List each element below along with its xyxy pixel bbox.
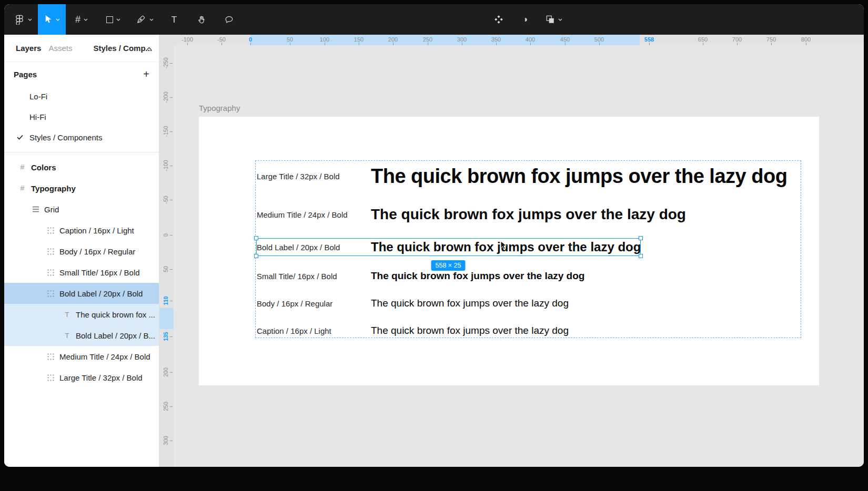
layer-row-grid[interactable]: Grid <box>4 199 159 220</box>
type-sample-text[interactable]: The quick brown fox jumps over the lazy … <box>371 325 569 336</box>
page-label: Lo-Fi <box>29 92 47 101</box>
type-sample-text[interactable]: The quick brown fox jumps over the lazy … <box>371 206 686 223</box>
ruler-selection-highlight <box>250 35 640 45</box>
layer-row-body-style[interactable]: Body / 16px / Regular <box>4 241 159 262</box>
ruler-label: 0 <box>249 36 252 43</box>
selection-bounding-box[interactable] <box>256 238 641 256</box>
tab-styles-components[interactable]: Styles / Comp... <box>93 44 152 53</box>
add-page-button[interactable]: + <box>143 69 149 79</box>
selection-size-badge: 558 × 25 <box>431 260 465 271</box>
layer-row-colors[interactable]: # Colors <box>4 157 159 178</box>
ruler-label: -150 <box>163 126 169 137</box>
type-row-body[interactable]: Body / 16px / Regular The quick brown fo… <box>257 288 569 319</box>
layer-row-typography[interactable]: # Typography <box>4 178 159 199</box>
page-label: Hi-Fi <box>29 112 46 121</box>
left-panel: Layers Assets Styles / Comp... Pages + L… <box>4 35 159 467</box>
frame-title-label[interactable]: Typography <box>199 104 240 112</box>
ruler-label: 250 <box>423 36 432 43</box>
chevron-down-icon <box>28 18 32 21</box>
ruler-label: 200 <box>388 36 398 43</box>
boolean-shapes-icon <box>546 15 555 24</box>
layer-row-caption-style[interactable]: Caption / 16px / Light <box>4 220 159 241</box>
collapse-caret-icon[interactable] <box>146 47 152 50</box>
ruler-label: 300 <box>457 36 467 43</box>
tab-layers[interactable]: Layers <box>16 44 41 53</box>
type-sample-text[interactable]: The quick brown fox jumps over the lazy … <box>371 270 584 282</box>
dotted-grid-icon <box>47 374 55 382</box>
layer-label: The quick brown fox ... <box>76 310 155 319</box>
ruler-label: 50 <box>163 266 169 272</box>
ruler-label: 150 <box>354 36 364 43</box>
pages-header: Pages + <box>4 62 159 86</box>
layer-label: Colors <box>31 163 56 172</box>
ruler-label: 400 <box>526 36 535 43</box>
figma-logo-icon <box>14 14 25 25</box>
hand-tool-button[interactable] <box>188 4 215 35</box>
boolean-tool-button[interactable] <box>538 4 570 35</box>
ruler-label: 750 <box>766 36 776 43</box>
move-tool-button[interactable] <box>38 4 66 35</box>
layer-row-bold-label-style-selected[interactable]: Bold Label / 20px / Bold <box>4 283 159 304</box>
dotted-grid-icon <box>47 290 55 298</box>
selection-handle-top-right[interactable] <box>639 236 643 240</box>
page-item-lofi[interactable]: Lo-Fi <box>4 86 159 107</box>
component-diamonds-icon <box>493 14 504 25</box>
frame-tool-button[interactable]: # <box>66 4 97 35</box>
toolbar: # T <box>4 4 864 35</box>
type-row-large-title[interactable]: Large Title / 32px / Bold The quick brow… <box>257 160 787 192</box>
ruler-label: 700 <box>732 36 742 43</box>
layer-row-text-sample[interactable]: T The quick brown fox ... <box>4 304 159 325</box>
pen-tool-button[interactable] <box>129 4 160 35</box>
chevron-down-icon <box>149 18 154 21</box>
window-frame: # T <box>0 0 868 491</box>
type-row-medium-title[interactable]: Medium Title / 24px / Bold The quick bro… <box>257 199 686 230</box>
horizontal-ruler[interactable]: -100 -50 0 50 100 150 200 250 300 350 40… <box>159 35 864 45</box>
ruler-label: 50 <box>287 36 293 43</box>
ruler-label: 200 <box>163 367 169 377</box>
type-style-label: Large Title / 32px / Bold <box>257 172 371 181</box>
page-item-styles-components[interactable]: Styles / Components <box>4 127 159 148</box>
layer-row-bold-label-text[interactable]: T Bold Label / 20px / B... <box>4 325 159 346</box>
main-menu-button[interactable] <box>8 4 38 35</box>
mask-icon: ◑ <box>522 15 528 24</box>
selection-handle-top-left[interactable] <box>254 236 258 240</box>
layer-label: Bold Label / 20px / Bold <box>59 289 143 298</box>
ruler-label: 100 <box>320 36 329 43</box>
layer-label: Typography <box>31 184 76 193</box>
text-layer-icon: T <box>63 311 71 319</box>
type-row-caption[interactable]: Caption / 16px / Light The quick brown f… <box>257 315 569 346</box>
layer-label: Grid <box>44 205 59 214</box>
dotted-grid-icon <box>47 227 55 234</box>
cursor-arrow-icon <box>44 15 53 24</box>
layer-label: Medium Title / 24px / Bold <box>59 352 150 361</box>
layer-row-medium-title-style[interactable]: Medium Title / 24px / Bold <box>4 346 159 367</box>
type-sample-text[interactable]: The quick brown fox jumps over the lazy … <box>371 165 787 188</box>
ruler-label: 300 <box>163 436 169 445</box>
rectangle-icon <box>106 16 113 23</box>
ruler-label: 0 <box>163 233 169 237</box>
component-tool-button[interactable] <box>486 4 512 35</box>
canvas-viewport[interactable]: Typography Large Title / 32px / Bold The… <box>174 45 864 467</box>
layer-row-large-title-style[interactable]: Large Title / 32px / Bold <box>4 367 159 388</box>
type-style-label: Small Title/ 16px / Bold <box>257 272 371 281</box>
tab-assets[interactable]: Assets <box>48 44 72 53</box>
selection-handle-bottom-left[interactable] <box>254 254 258 258</box>
grid-rows-icon <box>32 206 39 213</box>
type-row-small-title[interactable]: Small Title/ 16px / Bold The quick brown… <box>257 260 584 292</box>
text-tool-button[interactable]: T <box>160 4 188 35</box>
type-sample-text[interactable]: The quick brown fox jumps over the lazy … <box>371 298 569 309</box>
ruler-label: -250 <box>163 57 169 68</box>
chevron-down-icon <box>56 18 60 21</box>
comment-tool-button[interactable] <box>215 4 243 35</box>
vertical-ruler[interactable]: -250 -200 -150 -100 -50 0 50 110 135 200… <box>159 45 174 467</box>
layer-label: Large Title / 32px / Bold <box>59 373 143 382</box>
shape-tool-button[interactable] <box>97 4 129 35</box>
chevron-down-icon <box>558 18 562 21</box>
selection-handle-bottom-right[interactable] <box>639 254 643 258</box>
ruler-label: 800 <box>801 36 811 43</box>
layer-row-small-title-style[interactable]: Small Title/ 16px / Bold <box>4 262 159 283</box>
dotted-grid-icon <box>47 269 55 277</box>
page-item-hifi[interactable]: Hi-Fi <box>4 107 159 127</box>
layer-label: Small Title/ 16px / Bold <box>59 268 140 277</box>
mask-tool-button[interactable]: ◑ <box>512 4 538 35</box>
